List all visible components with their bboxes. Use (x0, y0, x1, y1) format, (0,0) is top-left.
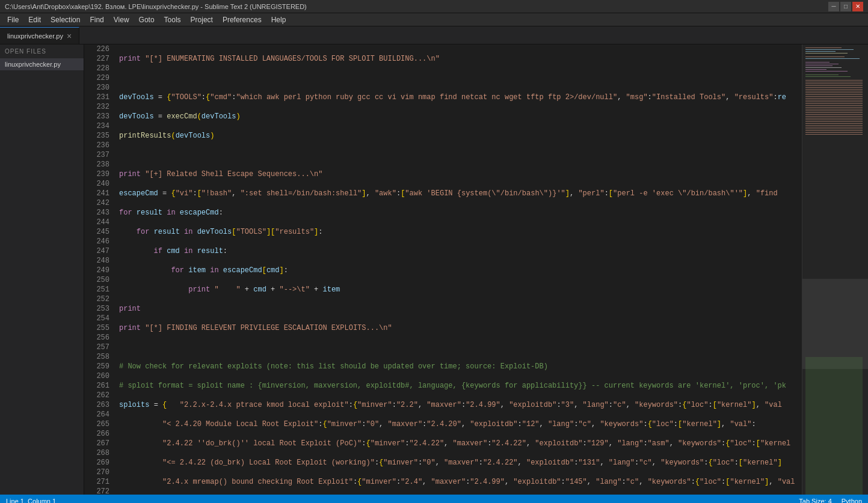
line-num: 249 (84, 266, 109, 275)
language: Python (842, 498, 862, 503)
code-line-238: print " " + cmd + "-->\t" + item (119, 285, 802, 294)
line-num: 229 (84, 73, 109, 83)
line-num: 238 (84, 160, 109, 169)
line-num: 241 (84, 189, 109, 198)
line-num: 240 (84, 179, 109, 189)
line-num: 269 (84, 458, 109, 468)
editor-scroll[interactable]: 226 227 228 229 230 231 232 233 234 235 … (84, 44, 868, 495)
code-line-231 (119, 150, 802, 160)
menu-project[interactable]: Project (186, 14, 218, 25)
code-line-245: "< 2.4.20 Module Local Root Exploit":{"m… (119, 419, 802, 429)
code-line-242: # Now check for relevant exploits (note:… (119, 362, 802, 371)
title-text: C:\Users\Ant\Dropbox\xakep\192. Взлом. L… (5, 3, 307, 10)
line-num: 239 (84, 169, 109, 179)
code-line-237: for item in escapeCmd[cmd]: (119, 266, 802, 275)
svg-rect-48 (805, 357, 863, 495)
main-container: OPEN FILES linuxprivchecker.py 226 227 2… (0, 44, 868, 495)
line-num: 268 (84, 448, 109, 458)
line-num: 237 (84, 150, 109, 160)
line-num: 244 (84, 218, 109, 227)
code-line-232: print "[+] Related Shell Escape Sequence… (119, 169, 802, 179)
menu-find[interactable]: Find (85, 14, 108, 25)
line-num: 270 (84, 468, 109, 477)
line-num: 272 (84, 487, 109, 495)
line-num: 233 (84, 112, 109, 121)
code-line-228: devTools = {"TOOLS":{"cmd":"which awk pe… (119, 93, 802, 102)
line-num: 266 (84, 429, 109, 439)
menu-goto[interactable]: Goto (134, 14, 159, 25)
line-num: 259 (84, 362, 109, 371)
status-bar: Line 1, Column 1 Tab Size: 4 Python (0, 495, 868, 503)
code-line-248: "2.4.x mremap() bound checking Root Expl… (119, 477, 802, 487)
minimize-button[interactable]: ─ (828, 2, 839, 11)
line-num: 248 (84, 256, 109, 266)
menu-help[interactable]: Help (266, 14, 291, 25)
line-num: 236 (84, 141, 109, 150)
code-line-227 (119, 73, 802, 83)
line-num: 254 (84, 314, 109, 323)
code-line-235: for result in devTools["TOOLS"]["results… (119, 227, 802, 237)
line-num: 256 (84, 333, 109, 343)
line-numbers: 226 227 228 229 230 231 232 233 234 235 … (84, 44, 114, 495)
menu-view[interactable]: View (109, 14, 134, 25)
line-num: 235 (84, 131, 109, 141)
menu-selection[interactable]: Selection (46, 14, 85, 25)
menu-tools[interactable]: Tools (159, 14, 186, 25)
code-line-234: for result in escapeCmd: (119, 208, 802, 218)
line-num: 261 (84, 381, 109, 391)
code-line-236: if cmd in result: (119, 246, 802, 256)
code-line-241 (119, 343, 802, 352)
minimap[interactable] (802, 44, 868, 495)
code-editor[interactable]: print "[*] ENUMERATING INSTALLED LANGUAG… (114, 44, 802, 495)
code-line-226: print "[*] ENUMERATING INSTALLED LANGUAG… (119, 54, 802, 64)
line-num: 262 (84, 391, 109, 400)
line-num: 260 (84, 371, 109, 381)
line-num: 242 (84, 198, 109, 208)
code-line-240: print "[*] FINDING RELEVENT PRIVILEGE ES… (119, 323, 802, 333)
tab-close-button[interactable]: × (67, 31, 72, 41)
line-num: 243 (84, 208, 109, 218)
tab-filename: linuxprivchecker.py (7, 32, 63, 40)
code-line-247: "<= 2.4.22 (do_brk) Local Root Exploit (… (119, 458, 802, 468)
code-line-246: "2.4.22 ''do_brk()'' local Root Exploit … (119, 439, 802, 448)
sidebar: OPEN FILES linuxprivchecker.py (0, 44, 84, 495)
line-num: 250 (84, 275, 109, 285)
tab-linuxprivchecker[interactable]: linuxprivchecker.py × (0, 27, 79, 44)
status-left: Line 1, Column 1 (6, 498, 56, 503)
sidebar-header: OPEN FILES (0, 44, 84, 58)
line-num: 264 (84, 410, 109, 419)
line-num: 245 (84, 227, 109, 237)
menu-preferences[interactable]: Preferences (218, 14, 266, 25)
status-right: Tab Size: 4 Python (799, 498, 862, 503)
code-line-229: devTools = execCmd(devTools) (119, 112, 802, 121)
line-num: 246 (84, 237, 109, 246)
close-button[interactable]: ✕ (852, 2, 863, 11)
line-num: 253 (84, 304, 109, 314)
line-num: 232 (84, 102, 109, 112)
cursor-position: Line 1, Column 1 (6, 498, 56, 503)
line-num: 227 (84, 54, 109, 64)
line-num: 267 (84, 439, 109, 448)
line-num: 231 (84, 93, 109, 102)
code-line-243: # sploit format = sploit name : {minvers… (119, 381, 802, 391)
line-num: 255 (84, 323, 109, 333)
line-num: 251 (84, 285, 109, 294)
line-num: 257 (84, 343, 109, 352)
maximize-button[interactable]: □ (840, 2, 851, 11)
window-controls: ─ □ ✕ (828, 2, 863, 11)
line-num: 258 (84, 352, 109, 362)
code-line-230: printResults(devTools) (119, 131, 802, 141)
line-num: 265 (84, 419, 109, 429)
code-line-239: print (119, 304, 802, 314)
line-num: 234 (84, 121, 109, 131)
menu-edit[interactable]: Edit (23, 14, 46, 25)
sidebar-file-item[interactable]: linuxprivchecker.py (0, 58, 84, 70)
svg-rect-47 (802, 279, 868, 369)
code-line-233: escapeCmd = {"vi":["!bash", ":set shell=… (119, 189, 802, 198)
line-num: 247 (84, 246, 109, 256)
line-num: 226 (84, 44, 109, 54)
line-num: 263 (84, 400, 109, 410)
line-num: 271 (84, 477, 109, 487)
menu-bar: File Edit Selection Find View Goto Tools… (0, 13, 868, 26)
menu-file[interactable]: File (2, 14, 23, 25)
